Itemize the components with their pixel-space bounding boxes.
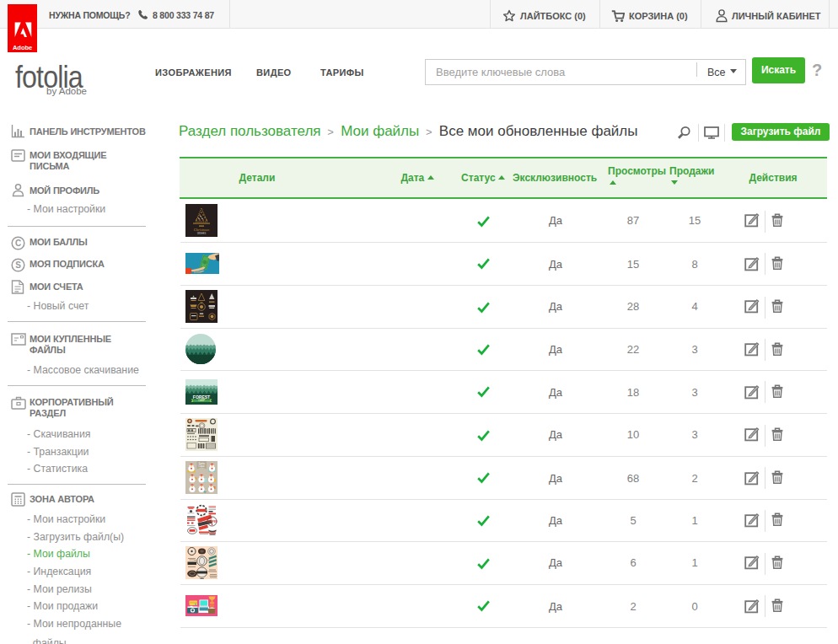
svg-text:WISHES: WISHES — [197, 232, 207, 235]
svg-text:COFFEE: COFFEE — [207, 520, 218, 523]
svg-text:CAMP: CAMP — [198, 399, 205, 402]
svg-text:Adobe: Adobe — [13, 44, 32, 51]
svg-text:C: C — [15, 239, 21, 248]
svg-text:S: S — [15, 260, 21, 270]
svg-text:Christmas: Christmas — [194, 228, 210, 232]
svg-text:Claus: Claus — [199, 464, 206, 468]
